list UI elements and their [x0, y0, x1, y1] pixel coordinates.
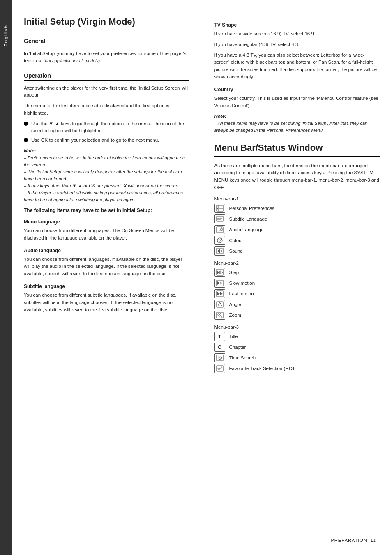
general-section-title: General: [24, 38, 189, 46]
note-block: Note: – Preferences have to be set in th…: [24, 148, 189, 203]
page-title: Initial Setup (Virgin Mode): [24, 16, 189, 30]
right-note-text: – All these items may have to be set dur…: [214, 120, 380, 134]
svg-marker-20: [220, 271, 223, 274]
note1: – Preferences have to be set in the orde…: [24, 154, 189, 168]
menubar3-label: Menu-bar-3: [214, 325, 380, 329]
page-number: 11: [371, 538, 376, 543]
slow-icon: [214, 279, 225, 288]
sound-icon: [214, 246, 225, 256]
svg-line-37: [220, 358, 221, 359]
right-note-label: Note:: [214, 114, 380, 119]
menu-item-zoom: Zoom: [214, 311, 380, 320]
fast-label: Fast motion: [229, 291, 254, 296]
note-label: Note:: [24, 148, 189, 153]
right-column: TV Shape If you have a wide screen (16:9…: [210, 16, 380, 539]
menu-item-title: T Title: [214, 332, 380, 341]
bullet-list: Use the ▼ ▲ keys to go through the optio…: [24, 120, 189, 144]
time-label: Time Search: [229, 355, 256, 360]
menu-item-sound: Sound: [214, 246, 380, 256]
subtitle-lang-title: Subtitle language: [24, 283, 189, 289]
menubar3-items: T Title C Chapter: [214, 332, 380, 373]
general-italic: (not applicable for all models): [44, 58, 100, 63]
tv-shape-para1: If you have a wide screen (16:9) TV, sel…: [214, 30, 380, 38]
fts-icon: [214, 364, 225, 373]
menu-bar-intro: As there are multiple menu-bars, the ite…: [214, 162, 380, 191]
svg-point-2: [217, 207, 217, 207]
slow-label: Slow motion: [229, 281, 255, 286]
svg-marker-26: [220, 292, 223, 295]
colour-label: Colour: [229, 238, 243, 243]
menubar1-label: Menu-bar-1: [214, 196, 380, 201]
general-text: In 'Initial Setup' you may have to set y…: [24, 50, 189, 65]
prefs-icon: [214, 204, 225, 213]
svg-point-11: [220, 228, 223, 231]
menu-item-chapter: C Chapter: [214, 343, 380, 352]
subtitle-lang-text: You can choose from different subtitle l…: [24, 292, 189, 313]
svg-marker-23: [220, 281, 223, 285]
country-text: Select your country. This is used as inp…: [214, 95, 380, 110]
menu-item-prefs: Personal Preferences: [214, 204, 380, 213]
bullet-item-1: Use the ▼ ▲ keys to go through the optio…: [24, 120, 189, 135]
bullet-dot: [24, 122, 28, 126]
menu-lang-text: You can choose from different languages.…: [24, 227, 189, 242]
menu-item-fts: Favourite Track Selection (FTS): [214, 364, 380, 373]
title-icon: T: [214, 332, 225, 341]
menu-item-slow: Slow motion: [214, 279, 380, 288]
chapter-icon: C: [214, 343, 225, 352]
svg-point-3: [217, 208, 217, 209]
note3: – If any keys other than ▼ ▲ or OK are p…: [24, 182, 189, 189]
prefs-label: Personal Preferences: [229, 206, 275, 211]
menu-item-colour: Colour: [214, 236, 380, 245]
subtitle-icon: [214, 214, 225, 223]
time-icon: [214, 353, 225, 362]
svg-point-14: [219, 240, 221, 241]
divider: [214, 138, 380, 138]
svg-marker-16: [218, 249, 220, 253]
left-column: Initial Setup (Virgin Mode) General In '…: [24, 16, 198, 539]
menubar2-items: Step Slow motion: [214, 268, 380, 320]
bullet-item-2: Use OK to confirm your selection and to …: [24, 137, 189, 144]
page-number-area: Preparation 11: [331, 538, 376, 543]
operation-para1: After switching on the player for the ve…: [24, 85, 189, 99]
angle-icon: [214, 300, 225, 309]
fts-label: Favourite Track Selection (FTS): [229, 366, 296, 371]
chapter-label: Chapter: [229, 345, 246, 350]
operation-para2: The menu for the first item to be set is…: [24, 102, 189, 117]
menu-item-angle: Angle: [214, 300, 380, 309]
page: English Initial Setup (Virgin Mode) Gene…: [0, 0, 392, 555]
svg-line-31: [221, 316, 222, 318]
side-tab-label: English: [3, 25, 8, 47]
menu-item-subtitle: Subtitle Language: [214, 214, 380, 223]
svg-text:♪: ♪: [218, 228, 220, 232]
svg-marker-18: [217, 271, 219, 274]
audio-lang-title: Audio language: [24, 248, 189, 253]
sound-label: Sound: [229, 249, 243, 253]
following-items-bold: The following items may have to be set i…: [24, 207, 189, 213]
right-note-block: Note: – All these items may have to be s…: [214, 114, 380, 134]
svg-marker-22: [217, 281, 220, 285]
menubar1-items: Personal Preferences Subtitle Language: [214, 204, 380, 256]
bullet-dot: [24, 138, 28, 142]
menu-item-step: Step: [214, 268, 380, 277]
audio-lang-text: You can choose from different languages.…: [24, 256, 189, 278]
preparation-label: Preparation: [331, 538, 367, 543]
note2: – The 'Initial Setup' screen will only d…: [24, 168, 189, 182]
tv-shape-para2: If you have a regular (4:3) TV, select 4…: [214, 41, 380, 48]
zoom-icon: [214, 311, 225, 320]
audio-label: Audio Language: [229, 227, 264, 232]
subtitle-label: Subtitle Language: [229, 216, 267, 221]
svg-marker-25: [217, 292, 220, 295]
main-content: Initial Setup (Virgin Mode) General In '…: [12, 0, 392, 555]
step-icon: [214, 268, 225, 277]
menu-lang-title: Menu language: [24, 219, 189, 225]
menu-item-time: Time Search: [214, 353, 380, 362]
angle-label: Angle: [229, 302, 241, 307]
note4: – If the player is switched off while se…: [24, 189, 189, 203]
fast-icon: [214, 289, 225, 298]
svg-rect-6: [217, 216, 223, 221]
title-label: Title: [229, 334, 238, 339]
step-label: Step: [229, 270, 239, 275]
menu-item-fast: Fast motion: [214, 289, 380, 298]
audio-icon: ♪: [214, 225, 225, 234]
operation-section-title: Operation: [24, 72, 189, 81]
